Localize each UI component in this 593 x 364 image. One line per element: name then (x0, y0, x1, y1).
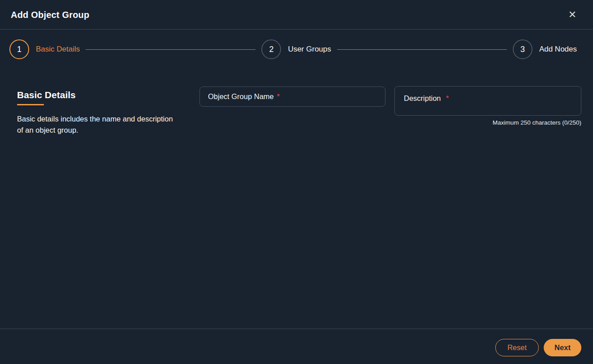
step-2-label: User Groups (288, 45, 331, 54)
section-description: Basic details includes the name and desc… (17, 113, 174, 136)
close-icon: ✕ (568, 10, 576, 20)
stepper-connector (86, 49, 255, 50)
wizard-stepper: 1 Basic Details 2 User Groups 3 Add Node… (9, 39, 577, 59)
step-1-circle: 1 (9, 39, 29, 59)
step-basic-details[interactable]: 1 Basic Details (9, 39, 80, 59)
description-textarea[interactable]: Description * (394, 86, 581, 116)
object-group-name-input[interactable]: Object Group Name * (199, 87, 385, 107)
next-button[interactable]: Next (544, 339, 581, 356)
add-object-group-modal: Add Object Group ✕ 1 Basic Details 2 Use… (0, 0, 593, 364)
step-3-circle: 3 (513, 39, 532, 59)
step-1-label: Basic Details (36, 45, 80, 54)
step-3-label: Add Nodes (539, 45, 577, 54)
required-asterisk: * (446, 94, 449, 102)
close-button[interactable]: ✕ (563, 6, 581, 24)
description-label: Description (404, 94, 441, 102)
character-count-helper: Maximum 250 characters (0/250) (493, 119, 581, 126)
object-group-name-label: Object Group Name (208, 92, 274, 101)
step-user-groups[interactable]: 2 User Groups (261, 39, 331, 59)
stepper-connector (337, 49, 507, 50)
page-title: Add Object Group (11, 9, 89, 20)
heading-underline (17, 104, 44, 105)
step-add-nodes[interactable]: 3 Add Nodes (513, 39, 577, 59)
modal-header: Add Object Group ✕ (0, 0, 593, 30)
footer-divider (0, 329, 593, 329)
required-asterisk: * (277, 92, 280, 101)
section-intro: Basic Details Basic details includes the… (17, 90, 174, 136)
section-heading: Basic Details (17, 90, 174, 100)
reset-button[interactable]: Reset (495, 339, 539, 356)
step-2-circle: 2 (261, 39, 281, 59)
